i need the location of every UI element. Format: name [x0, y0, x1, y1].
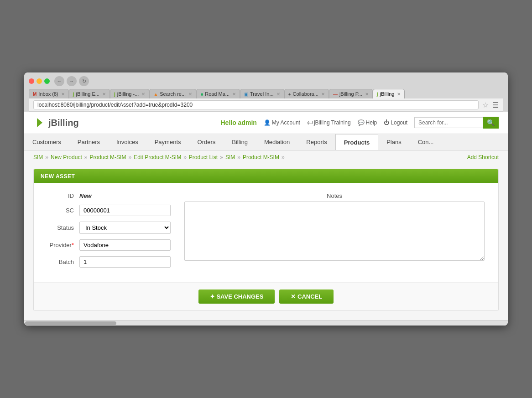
id-value: New	[79, 192, 92, 199]
search-area: 🔍	[414, 117, 499, 129]
bookmark-icon[interactable]: ☆	[482, 101, 489, 109]
app-header: jBilling Hello admin 👤 My Account 🏷 jBil…	[24, 112, 508, 134]
panel-footer: ✦ SAVE CHANGES ✕ CANCEL	[34, 282, 498, 310]
back-button[interactable]: ←	[54, 76, 64, 86]
menu-icon[interactable]: ☰	[492, 101, 499, 109]
my-account-link[interactable]: 👤 My Account	[264, 119, 300, 126]
breadcrumb-product-list[interactable]: Product List	[189, 154, 218, 160]
panel-header: NEW ASSET	[34, 169, 498, 183]
breadcrumb-sep-6: »	[237, 154, 240, 160]
id-label: ID	[47, 192, 79, 199]
tab-search[interactable]: ▲ Search re... ✕	[149, 89, 196, 98]
new-asset-panel: NEW ASSET ID New SC	[33, 169, 499, 311]
help-link[interactable]: 💬 Help	[358, 119, 377, 126]
tab-jbilling-e[interactable]: j jBilling E... ✕	[69, 89, 110, 98]
tab-close-icon[interactable]: ✕	[276, 92, 280, 97]
logo-icon	[33, 116, 46, 129]
breadcrumb-sep-5: »	[220, 154, 223, 160]
panel-body: ID New SC Status In Stock	[34, 183, 498, 282]
tab-label: Road Ma...	[205, 91, 229, 97]
browser-tabs: M Inbox (8) ✕ j jBilling E... ✕ j jBilli…	[29, 89, 503, 98]
scrollbar-thumb[interactable]	[25, 321, 116, 325]
sc-label: SC	[47, 207, 79, 214]
tab-close-icon[interactable]: ✕	[321, 92, 325, 97]
tab-roadmap[interactable]: ■ Road Ma... ✕	[196, 89, 240, 98]
tab-close-icon[interactable]: ✕	[365, 92, 369, 97]
power-icon: ⏻	[384, 119, 389, 126]
id-row: ID New	[47, 192, 171, 199]
provider-input[interactable]	[79, 239, 171, 251]
my-account-label: My Account	[272, 119, 300, 126]
maximize-button[interactable]	[44, 78, 50, 84]
minimize-button[interactable]	[37, 78, 42, 84]
status-label: Status	[47, 224, 79, 231]
browser-addressbar: ☆ ☰	[29, 98, 503, 112]
main-nav: Customers Partners Invoices Payments Ord…	[24, 134, 508, 150]
reload-button[interactable]: ↻	[79, 76, 89, 86]
logo-area: jBilling	[33, 116, 79, 129]
tab-label: Travel In...	[250, 91, 274, 97]
add-shortcut-link[interactable]: Add Shortcut	[467, 154, 499, 160]
breadcrumb-sep-3: »	[128, 154, 131, 160]
batch-row: Batch	[47, 256, 171, 268]
sc-input[interactable]	[79, 205, 171, 216]
help-icon: 💬	[358, 119, 365, 126]
breadcrumb-new-product[interactable]: New Product	[51, 154, 82, 160]
nav-plans[interactable]: Plans	[378, 134, 410, 150]
notes-textarea[interactable]	[184, 202, 485, 261]
notes-label: Notes	[184, 192, 485, 199]
breadcrumb-product-msim-1[interactable]: Product M-SIM	[89, 154, 126, 160]
tab-close-icon[interactable]: ✕	[188, 92, 192, 97]
nav-orders[interactable]: Orders	[189, 134, 224, 150]
tab-close-icon[interactable]: ✕	[102, 92, 106, 97]
close-button[interactable]	[29, 78, 34, 84]
tab-jbilling-p[interactable]: — jBilling P... ✕	[329, 89, 373, 98]
breadcrumb-product-msim-2[interactable]: Product M-SIM	[243, 154, 279, 160]
browser-controls: ← → ↻	[29, 76, 503, 86]
status-select[interactable]: In Stock Out of Stock Reserved	[79, 222, 171, 234]
logout-link[interactable]: ⏻ Logout	[384, 119, 407, 126]
browser-window: ← → ↻ M Inbox (8) ✕ j jBilling E... ✕ j …	[24, 72, 508, 326]
breadcrumb-sep-2: »	[84, 154, 88, 160]
search-button[interactable]: 🔍	[483, 117, 499, 129]
notes-section: Notes	[184, 192, 485, 273]
breadcrumb: SIM » New Product » Product M-SIM » Edit…	[24, 150, 508, 164]
nav-partners[interactable]: Partners	[69, 134, 108, 150]
provider-label: Provider	[47, 242, 79, 248]
nav-config[interactable]: Con...	[410, 134, 442, 150]
address-input[interactable]	[33, 100, 479, 109]
forward-button[interactable]: →	[67, 76, 77, 86]
tab-close-icon[interactable]: ✕	[61, 92, 65, 97]
nav-payments[interactable]: Payments	[146, 134, 189, 150]
training-label: jBilling Training	[314, 119, 351, 126]
nav-customers[interactable]: Customers	[24, 134, 69, 150]
nav-mediation[interactable]: Mediation	[256, 134, 298, 150]
tab-label: Search re...	[160, 91, 186, 97]
tag-icon: 🏷	[307, 119, 313, 126]
nav-products[interactable]: Products	[335, 134, 378, 150]
save-changes-button[interactable]: ✦ SAVE CHANGES	[198, 289, 275, 304]
tab-close-icon[interactable]: ✕	[232, 92, 236, 97]
tab-close-icon[interactable]: ✕	[141, 92, 145, 97]
tab-jbilling-dash[interactable]: j jBilling -... ✕	[110, 89, 149, 98]
search-input[interactable]	[414, 117, 483, 128]
batch-input[interactable]	[79, 256, 171, 268]
nav-invoices[interactable]: Invoices	[108, 134, 146, 150]
traffic-lights	[29, 78, 50, 84]
header-nav: Hello admin 👤 My Account 🏷 jBilling Trai…	[221, 117, 499, 129]
tab-close-icon[interactable]: ✕	[397, 92, 401, 97]
nav-reports[interactable]: Reports	[298, 134, 335, 150]
training-link[interactable]: 🏷 jBilling Training	[307, 119, 351, 126]
page-content: NEW ASSET ID New SC	[24, 164, 508, 320]
status-row: Status In Stock Out of Stock Reserved	[47, 222, 171, 234]
breadcrumb-edit-product[interactable]: Edit Product M-SIM	[134, 154, 181, 160]
tab-travel[interactable]: ▣ Travel In... ✕	[240, 89, 284, 98]
tab-gmail[interactable]: M Inbox (8) ✕	[29, 89, 69, 98]
tab-jbilling-active[interactable]: j jBilling ✕	[373, 89, 405, 98]
tab-collabora[interactable]: ● Collabora... ✕	[284, 89, 329, 98]
breadcrumb-sim-2[interactable]: SIM	[225, 154, 235, 160]
nav-billing[interactable]: Billing	[224, 134, 256, 150]
breadcrumb-sim-1[interactable]: SIM	[33, 154, 43, 160]
cancel-button[interactable]: ✕ CANCEL	[279, 289, 334, 304]
tab-label: Inbox (8)	[38, 91, 58, 97]
